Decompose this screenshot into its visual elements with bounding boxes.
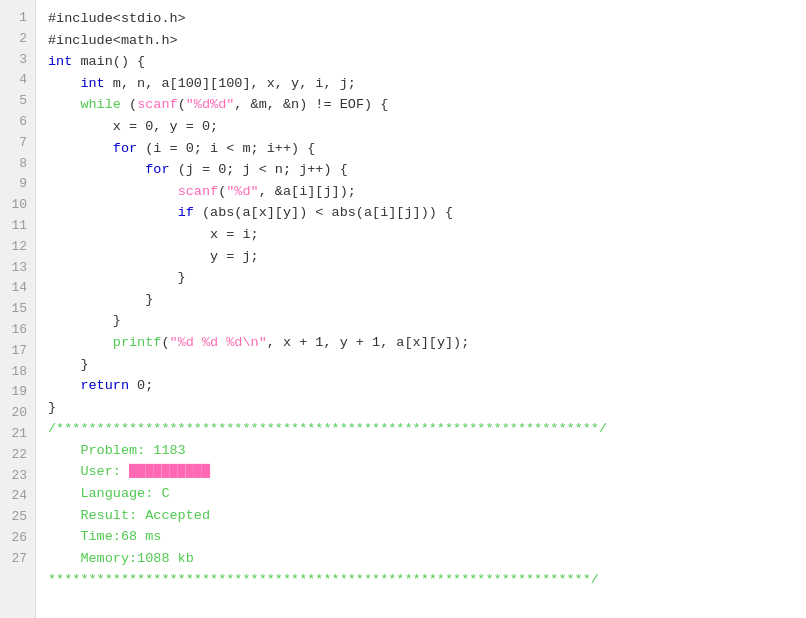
code-line: #include<math.h>: [48, 30, 806, 52]
code-line: }: [48, 310, 806, 332]
token: }: [48, 270, 186, 285]
line-number: 4: [0, 70, 35, 91]
token: int: [48, 54, 72, 69]
token: printf: [113, 335, 162, 350]
token: (i = 0; i < m; i++) {: [137, 141, 315, 156]
token: (j = 0; j < n; j++) {: [170, 162, 348, 177]
token: [48, 378, 80, 393]
token: m, n, a[100][100], x, y, i, j;: [105, 76, 356, 91]
code-line: }: [48, 397, 806, 419]
token: ██████████: [129, 464, 210, 479]
token: scanf: [178, 184, 219, 199]
line-number: 8: [0, 154, 35, 175]
line-number: 16: [0, 320, 35, 341]
token: "%d%d": [186, 97, 235, 112]
code-line: return 0;: [48, 375, 806, 397]
token: scanf: [137, 97, 178, 112]
token: Result: Accepted: [48, 508, 210, 523]
line-number: 2: [0, 29, 35, 50]
token: "%d": [226, 184, 258, 199]
token: [48, 97, 80, 112]
token: }: [48, 357, 89, 372]
token: [48, 162, 145, 177]
token: int: [48, 76, 105, 91]
token: , x + 1, y + 1, a[x][y]);: [267, 335, 470, 350]
token: Problem: 1183: [48, 443, 186, 458]
token: return: [80, 378, 129, 393]
line-number: 10: [0, 195, 35, 216]
token: #include<stdio.h>: [48, 11, 186, 26]
code-line: if (abs(a[x][y]) < abs(a[i][j])) {: [48, 202, 806, 224]
code-line: Time:68 ms: [48, 526, 806, 548]
code-line: for (j = 0; j < n; j++) {: [48, 159, 806, 181]
token: [48, 335, 113, 350]
line-number: 25: [0, 507, 35, 528]
token: 0;: [129, 378, 153, 393]
code-line: for (i = 0; i < m; i++) {: [48, 138, 806, 160]
line-number: 1: [0, 8, 35, 29]
token: Language: C: [48, 486, 170, 501]
token: , &a[i][j]);: [259, 184, 356, 199]
token: #include<math.h>: [48, 33, 178, 48]
code-area[interactable]: #include<stdio.h>#include<math.h>int mai…: [36, 0, 806, 618]
token: main() {: [72, 54, 145, 69]
token: /***************************************…: [48, 421, 607, 436]
line-number: 13: [0, 258, 35, 279]
line-number: 3: [0, 50, 35, 71]
token: [48, 205, 178, 220]
token: [48, 141, 113, 156]
token: (: [178, 97, 186, 112]
code-line: int m, n, a[100][100], x, y, i, j;: [48, 73, 806, 95]
token: x = i;: [48, 227, 259, 242]
code-line: #include<stdio.h>: [48, 8, 806, 30]
line-number: 11: [0, 216, 35, 237]
line-number: 19: [0, 382, 35, 403]
code-editor: 1234567891011121314151617181920212223242…: [0, 0, 806, 618]
code-line: }: [48, 354, 806, 376]
code-line: /***************************************…: [48, 418, 806, 440]
code-line: while (scanf("%d%d", &m, &n) != EOF) {: [48, 94, 806, 116]
line-number: 20: [0, 403, 35, 424]
token: x = 0, y = 0;: [48, 119, 218, 134]
token: (abs(a[x][y]) < abs(a[i][j])) {: [194, 205, 453, 220]
code-line: ****************************************…: [48, 569, 806, 591]
line-number: 6: [0, 112, 35, 133]
line-number: 18: [0, 362, 35, 383]
line-number: 23: [0, 466, 35, 487]
line-number: 24: [0, 486, 35, 507]
token: while: [80, 97, 121, 112]
token: Memory:1088 kb: [48, 551, 194, 566]
token: }: [48, 292, 153, 307]
code-line: }: [48, 267, 806, 289]
line-number: 5: [0, 91, 35, 112]
line-number: 21: [0, 424, 35, 445]
line-number: 27: [0, 549, 35, 570]
code-line: User: ██████████: [48, 461, 806, 483]
line-number: 22: [0, 445, 35, 466]
code-line: }: [48, 289, 806, 311]
code-line: Memory:1088 kb: [48, 548, 806, 570]
line-number: 7: [0, 133, 35, 154]
code-line: int main() {: [48, 51, 806, 73]
token: Time:68 ms: [48, 529, 161, 544]
line-number: 12: [0, 237, 35, 258]
token: User:: [48, 464, 129, 479]
token: ****************************************…: [48, 572, 599, 587]
code-line: scanf("%d", &a[i][j]);: [48, 181, 806, 203]
code-line: Result: Accepted: [48, 505, 806, 527]
line-numbers: 1234567891011121314151617181920212223242…: [0, 0, 36, 618]
line-number: 14: [0, 278, 35, 299]
code-line: printf("%d %d %d\n", x + 1, y + 1, a[x][…: [48, 332, 806, 354]
token: }: [48, 400, 56, 415]
token: if: [178, 205, 194, 220]
token: [48, 184, 178, 199]
code-line: Language: C: [48, 483, 806, 505]
line-number: 9: [0, 174, 35, 195]
code-line: x = 0, y = 0;: [48, 116, 806, 138]
token: (: [161, 335, 169, 350]
line-number: 26: [0, 528, 35, 549]
code-line: y = j;: [48, 246, 806, 268]
line-number: 15: [0, 299, 35, 320]
token: }: [48, 313, 121, 328]
token: for: [145, 162, 169, 177]
